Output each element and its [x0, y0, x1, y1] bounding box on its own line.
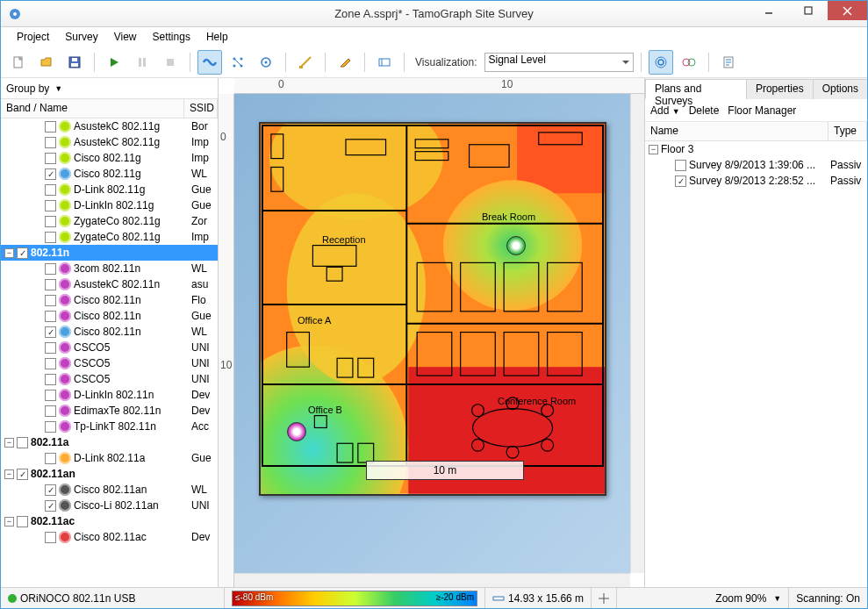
ap-row[interactable]: D-LinkIn 802.11nDev — [1, 387, 218, 403]
checkbox[interactable]: ✓ — [45, 500, 56, 512]
open-button[interactable] — [34, 50, 59, 75]
calibrate-button[interactable] — [293, 50, 318, 75]
ap-row[interactable]: ✓Cisco-Li 802.11anUNI — [1, 498, 218, 513]
map-viewport[interactable]: Reception Break Room Office A Office B C… — [234, 94, 630, 573]
expander-icon[interactable]: − — [4, 248, 14, 258]
ap-row[interactable]: CSCO5UNI — [1, 355, 218, 371]
col-band-name[interactable]: Band / Name — [1, 99, 184, 118]
ap-row[interactable]: ✓Cisco 802.11gWL — [1, 166, 218, 182]
checkbox[interactable] — [45, 405, 56, 417]
save-button[interactable] — [62, 50, 87, 75]
checkbox[interactable]: ✓ — [45, 484, 56, 496]
ap-row[interactable]: AsustekC 802.11nasu — [1, 276, 218, 292]
checkbox[interactable] — [45, 263, 56, 275]
ap-group-row[interactable]: −✓802.11an — [1, 466, 218, 482]
ap-row[interactable]: D-Link 802.11aGue — [1, 450, 218, 466]
ap-row[interactable]: D-LinkIn 802.11gGue — [1, 197, 218, 213]
survey-tree[interactable]: −Floor 3Survey 8/9/2013 1:39:06 ...Passi… — [645, 141, 867, 587]
expander-icon[interactable]: − — [4, 469, 14, 479]
start-survey-button[interactable] — [102, 50, 126, 75]
checkbox[interactable]: ✓ — [17, 469, 28, 480]
col-ssid[interactable]: SSID — [184, 99, 218, 118]
report-button[interactable] — [716, 50, 741, 75]
maximize-button[interactable] — [788, 1, 828, 20]
checkbox[interactable] — [45, 279, 56, 290]
checkbox[interactable] — [17, 516, 28, 527]
floor-row[interactable]: −Floor 3 — [645, 141, 867, 157]
ap-row[interactable]: ZygateCo 802.11gZor — [1, 213, 218, 229]
menu-project[interactable]: Project — [10, 29, 56, 45]
checkbox[interactable] — [45, 358, 56, 369]
delete-button[interactable]: Delete — [689, 104, 720, 117]
checkbox[interactable] — [45, 200, 56, 211]
rf-planner-button[interactable] — [372, 50, 397, 75]
ap-row[interactable]: Cisco 802.11acDev — [1, 529, 218, 545]
tab-properties[interactable]: Properties — [746, 79, 814, 99]
gps-button[interactable] — [254, 50, 278, 75]
ap-row[interactable]: Tp-LinkT 802.11nAcc — [1, 419, 218, 434]
checkbox[interactable]: ✓ — [17, 247, 28, 259]
checkbox[interactable] — [45, 121, 56, 133]
ap-group-row[interactable]: −802.11a — [1, 434, 218, 450]
ap-row[interactable]: Cisco 802.11nFlo — [1, 292, 218, 308]
continuous-mode-button[interactable] — [197, 50, 222, 75]
ap-row[interactable]: ✓Cisco 802.11anWL — [1, 482, 218, 498]
checkbox[interactable] — [45, 532, 56, 543]
checkbox[interactable] — [675, 160, 686, 171]
ap-group-row[interactable]: −✓802.11n — [1, 245, 218, 261]
menu-view[interactable]: View — [107, 29, 144, 45]
menu-survey[interactable]: Survey — [58, 29, 104, 45]
checkbox[interactable] — [45, 374, 56, 385]
ap-row[interactable]: 3com 802.11nWL — [1, 261, 218, 276]
checkbox[interactable] — [17, 437, 28, 448]
checkbox[interactable]: ✓ — [45, 326, 56, 338]
tab-options[interactable]: Options — [813, 79, 867, 99]
survey-row[interactable]: ✓Survey 8/9/2013 2:28:52 ...Passiv — [645, 173, 867, 189]
horizontal-scrollbar[interactable] — [234, 573, 630, 587]
menu-help[interactable]: Help — [199, 29, 235, 45]
visualization-dropdown[interactable]: Signal Level — [484, 53, 634, 72]
ap-row[interactable]: D-Link 802.11gGue — [1, 182, 218, 197]
checkbox[interactable] — [45, 311, 56, 322]
checkbox[interactable] — [45, 216, 56, 227]
checkbox[interactable] — [45, 232, 56, 243]
checkbox[interactable] — [45, 453, 56, 464]
ap-row[interactable]: CSCO5UNI — [1, 340, 218, 355]
tab-plans-surveys[interactable]: Plans and Surveys — [645, 79, 747, 99]
multi-ap-button[interactable] — [677, 50, 701, 75]
zoom-status[interactable]: Zoom 90% ▼ — [708, 588, 789, 608]
ap-row[interactable]: AsustekC 802.11gImp — [1, 134, 218, 150]
point-mode-button[interactable] — [226, 50, 250, 75]
checkbox[interactable] — [45, 295, 56, 306]
checkbox[interactable] — [45, 342, 56, 354]
expander-icon[interactable]: − — [649, 145, 658, 154]
survey-row[interactable]: Survey 8/9/2013 1:39:06 ...Passiv — [645, 157, 867, 173]
ap-marker-2[interactable] — [287, 422, 306, 441]
ap-row[interactable]: Cisco 802.11gImp — [1, 150, 218, 166]
ap-group-row[interactable]: −802.11ac — [1, 513, 218, 529]
ap-row[interactable]: Cisco 802.11nGue — [1, 308, 218, 324]
checkbox[interactable] — [45, 390, 56, 401]
ap-row[interactable]: CSCO5UNI — [1, 371, 218, 387]
pause-button[interactable] — [130, 50, 154, 75]
ap-marker-1[interactable] — [506, 236, 526, 255]
floor-plan[interactable]: Reception Break Room Office A Office B C… — [259, 122, 606, 496]
checkbox[interactable] — [45, 153, 56, 164]
checkbox[interactable]: ✓ — [675, 176, 686, 187]
edit-button[interactable] — [333, 50, 357, 75]
checkbox[interactable] — [45, 184, 56, 196]
checkbox[interactable]: ✓ — [45, 168, 56, 180]
single-ap-button[interactable] — [649, 50, 673, 75]
ap-row[interactable]: EdimaxTe 802.11nDev — [1, 403, 218, 419]
col-survey-type[interactable]: Type — [829, 122, 867, 140]
ap-row[interactable]: ✓Cisco 802.11nWL — [1, 324, 218, 340]
minimize-button[interactable] — [749, 1, 788, 20]
stop-button[interactable] — [158, 50, 183, 75]
close-button[interactable] — [828, 1, 867, 20]
checkbox[interactable] — [45, 421, 56, 433]
floor-manager-button[interactable]: Floor Manager — [728, 104, 796, 117]
new-button[interactable] — [6, 50, 31, 75]
menu-settings[interactable]: Settings — [146, 29, 197, 45]
checkbox[interactable] — [45, 137, 56, 148]
ap-row[interactable]: ZygateCo 802.11gImp — [1, 229, 218, 245]
